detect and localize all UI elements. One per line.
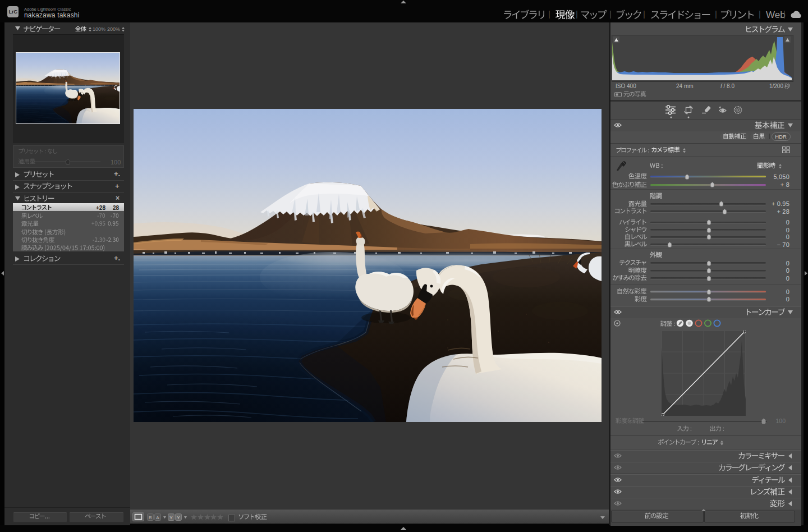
svg-text:Y: Y <box>169 515 173 520</box>
svg-text:A: A <box>156 515 159 520</box>
svg-text:R: R <box>149 515 152 520</box>
svg-text:Y: Y <box>177 515 180 520</box>
